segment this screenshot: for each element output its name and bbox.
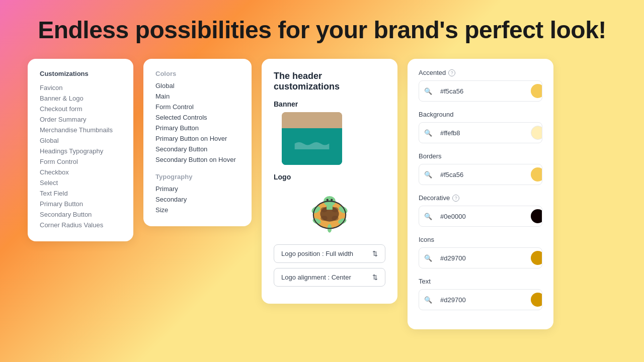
colors-card: Colors GlobalMainForm ControlSelected Co… — [143, 59, 252, 226]
color-input-row: 🔍 — [419, 247, 542, 268]
color-nav-item[interactable]: Form Control — [155, 102, 239, 112]
typography-nav-item[interactable]: Primary — [155, 184, 239, 194]
typography-nav-list: PrimarySecondarySize — [155, 184, 239, 215]
nav-item[interactable]: Checkbox — [40, 167, 121, 177]
color-nav-item[interactable]: Secondary Button — [155, 144, 239, 154]
customizations-title: Customizations — [40, 70, 121, 77]
wave-svg — [282, 139, 342, 149]
svg-rect-15 — [327, 205, 333, 210]
color-row-label: Background — [419, 111, 542, 118]
nav-item[interactable]: Form Control — [40, 156, 121, 167]
color-row-label: Borders — [419, 152, 542, 160]
header-card-title: The header customizations — [274, 71, 385, 92]
customizations-card: Customizations FaviconBanner & LogoCheck… — [28, 59, 133, 241]
eyedropper-icon[interactable]: 🔍 — [424, 296, 432, 304]
color-row-label: Icons — [419, 236, 542, 243]
nav-item[interactable]: Corner Radius Values — [40, 220, 121, 230]
color-picker-row: Accented?🔍 — [419, 69, 542, 102]
svg-point-7 — [327, 199, 329, 201]
eyedropper-icon[interactable]: 🔍 — [424, 129, 432, 137]
logo-alignment-dropdown[interactable]: Logo alignment : Center ⇅ — [274, 268, 385, 287]
color-picker-row: Text🔍 — [419, 278, 542, 310]
color-nav-item[interactable]: Global — [155, 80, 239, 91]
color-swatch[interactable] — [531, 293, 542, 307]
color-nav-item[interactable]: Main — [155, 91, 239, 102]
color-swatch[interactable] — [531, 84, 542, 98]
nav-item[interactable]: Favicon — [40, 82, 121, 93]
logo-position-dropdown[interactable]: Logo position : Full width ⇅ — [274, 244, 385, 263]
svg-point-3 — [332, 207, 339, 212]
svg-point-2 — [320, 207, 328, 212]
color-picker-list: Accented?🔍Background🔍Borders🔍Decorative?… — [419, 69, 542, 310]
color-swatch[interactable] — [531, 167, 542, 182]
typography-section-title: Typography — [155, 173, 239, 180]
eyedropper-icon[interactable]: 🔍 — [424, 87, 432, 95]
nav-item[interactable]: Order Summary — [40, 114, 121, 125]
color-row-label: Accented? — [419, 69, 542, 76]
eyedropper-icon[interactable]: 🔍 — [424, 254, 432, 262]
typography-nav-item[interactable]: Secondary — [155, 194, 239, 205]
hex-input[interactable] — [440, 254, 525, 262]
color-input-row: 🔍 — [419, 289, 542, 310]
hex-input[interactable] — [440, 171, 525, 178]
logo-alignment-value: Logo alignment : Center — [281, 274, 351, 281]
color-input-row: 🔍 — [419, 122, 542, 143]
hex-input[interactable] — [440, 129, 525, 137]
color-picker-row: Borders🔍 — [419, 152, 542, 185]
turtle-logo — [299, 185, 360, 240]
color-row-label: Decorative? — [419, 194, 542, 202]
cards-container: Customizations FaviconBanner & LogoCheck… — [0, 54, 644, 334]
nav-item[interactable]: Text Field — [40, 188, 121, 199]
eyedropper-icon[interactable]: 🔍 — [424, 171, 432, 178]
nav-item[interactable]: Select — [40, 177, 121, 188]
info-icon[interactable]: ? — [452, 195, 459, 202]
color-input-row: 🔍 — [419, 80, 542, 102]
color-picker-row: Decorative?🔍 — [419, 194, 542, 227]
info-icon[interactable]: ? — [448, 69, 455, 76]
hex-input[interactable] — [440, 213, 525, 220]
nav-item[interactable]: Banner & Logo — [40, 93, 121, 104]
typography-nav-item[interactable]: Size — [155, 205, 239, 215]
color-nav-item[interactable]: Primary Button on Hover — [155, 133, 239, 144]
color-swatch[interactable] — [531, 126, 542, 140]
color-nav-item[interactable]: Primary Button — [155, 123, 239, 133]
nav-item[interactable]: Merchandise Thumbnails — [40, 125, 121, 135]
banner-image — [282, 112, 342, 165]
hex-input[interactable] — [440, 296, 525, 304]
chevron-updown-icon-2: ⇅ — [372, 274, 378, 281]
chevron-updown-icon: ⇅ — [372, 250, 378, 257]
nav-item[interactable]: Primary Button — [40, 199, 121, 209]
color-swatch[interactable] — [531, 251, 542, 265]
svg-point-4 — [320, 216, 328, 221]
page-headline: Endless possibilities for your brand's p… — [0, 0, 644, 54]
banner-label: Banner — [274, 100, 385, 108]
colors-section-title: Colors — [155, 70, 239, 77]
color-input-row: 🔍 — [419, 206, 542, 227]
nav-item[interactable]: Global — [40, 135, 121, 146]
svg-point-5 — [332, 216, 339, 221]
color-picker-row: Background🔍 — [419, 111, 542, 143]
eyedropper-icon[interactable]: 🔍 — [424, 213, 432, 220]
logo-label: Logo — [274, 173, 385, 181]
nav-item[interactable]: Secondary Button — [40, 209, 121, 220]
nav-item[interactable]: Checkout form — [40, 104, 121, 114]
nav-list: FaviconBanner & LogoCheckout formOrder S… — [40, 82, 121, 230]
color-input-row: 🔍 — [419, 164, 542, 185]
color-nav-item[interactable]: Selected Controls — [155, 112, 239, 123]
logo-position-value: Logo position : Full width — [281, 250, 353, 257]
color-pickers-card: Accented?🔍Background🔍Borders🔍Decorative?… — [408, 59, 553, 329]
color-picker-row: Icons🔍 — [419, 236, 542, 268]
nav-item[interactable]: Headings Typography — [40, 146, 121, 156]
color-swatch[interactable] — [531, 209, 542, 223]
svg-point-8 — [331, 199, 333, 201]
color-nav-list: GlobalMainForm ControlSelected ControlsP… — [155, 80, 239, 165]
header-customizations-card: The header customizations Banner Logo — [262, 59, 397, 304]
color-row-label: Text — [419, 278, 542, 285]
color-nav-item[interactable]: Secondary Button on Hover — [155, 154, 239, 165]
hex-input[interactable] — [440, 87, 525, 95]
